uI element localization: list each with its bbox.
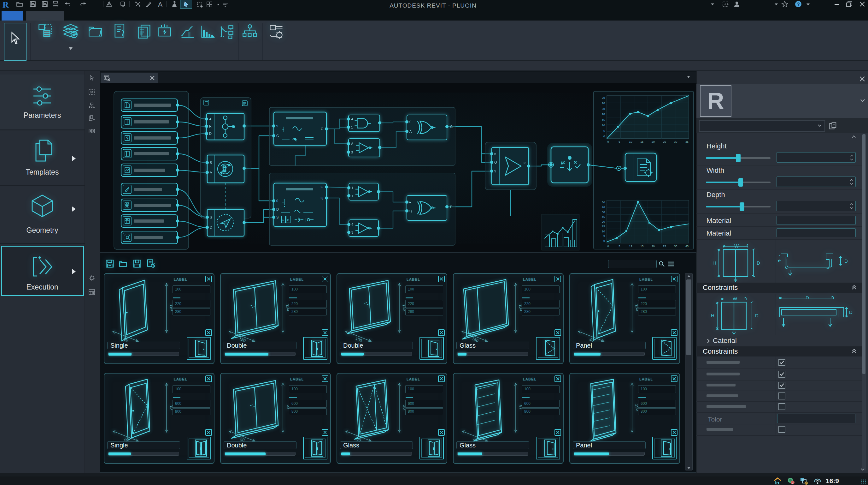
svg-text:30: 30 [602, 107, 605, 111]
svg-text:D: D [757, 260, 760, 265]
svg-text:25: 25 [663, 140, 666, 143]
svg-text:0: 0 [607, 245, 609, 248]
svg-text:E: E [450, 205, 452, 209]
svg-text:H: H [713, 260, 716, 265]
svg-text:1: 1 [351, 186, 353, 190]
svg-text:n: n [494, 152, 496, 156]
svg-text:A: A [409, 130, 412, 133]
svg-text:62: 62 [223, 169, 226, 173]
svg-text:20: 20 [602, 102, 605, 105]
svg-text:G: G [287, 219, 289, 222]
svg-text:25: 25 [663, 245, 666, 248]
svg-text:R: R [209, 124, 212, 128]
svg-text:10: 10 [602, 230, 605, 233]
svg-text:35: 35 [685, 140, 688, 143]
svg-text:G: G [276, 134, 279, 138]
svg-text:W: W [733, 296, 737, 301]
svg-text:0: 0 [603, 239, 605, 242]
svg-text:D: D [806, 295, 809, 300]
svg-text:45: 45 [685, 245, 688, 248]
svg-text:C: C [450, 125, 453, 129]
svg-text:5: 5 [603, 130, 605, 133]
svg-text:15: 15 [640, 140, 644, 143]
svg-text:A: A [209, 117, 212, 121]
svg-text:4: 4 [351, 223, 353, 226]
svg-text:D: D [276, 207, 279, 211]
svg-text:50: 50 [602, 201, 605, 204]
svg-text:D: D [209, 132, 212, 136]
svg-text:45: 45 [602, 215, 605, 219]
svg-text:15: 15 [602, 118, 605, 121]
svg-text:S: S [210, 161, 212, 165]
svg-text:O: O [805, 482, 807, 485]
svg-text:0: 0 [409, 120, 411, 124]
svg-text:10: 10 [629, 140, 632, 143]
svg-text:S: S [210, 215, 212, 219]
svg-text:A: A [351, 142, 353, 146]
svg-text:F4: F4 [223, 166, 226, 169]
svg-text:30: 30 [674, 140, 677, 143]
svg-text:5: 5 [603, 235, 605, 238]
svg-text:28: 28 [602, 113, 605, 116]
svg-text:15: 15 [602, 225, 605, 228]
svg-text:3: 3 [351, 230, 353, 234]
svg-text:10: 10 [602, 124, 605, 127]
svg-text:Q: Q [409, 209, 412, 213]
svg-text:D: D [210, 225, 212, 229]
svg-text:G: G [320, 185, 323, 189]
svg-text:?: ? [792, 481, 793, 484]
svg-text:20: 20 [652, 245, 655, 248]
svg-text:W: W [734, 243, 739, 249]
svg-text:5: 5 [619, 140, 620, 143]
svg-text:?: ? [797, 1, 800, 7]
svg-text:19: 19 [629, 245, 632, 248]
svg-text:3: 3 [351, 150, 353, 154]
svg-text:e: e [524, 161, 525, 165]
svg-text:H: H [711, 313, 714, 318]
svg-text:Q: Q [494, 161, 497, 164]
svg-text:D: D [849, 309, 852, 315]
svg-text:46: 46 [602, 205, 605, 209]
svg-text:0: 0 [607, 140, 609, 143]
svg-text:▸: ▸ [409, 200, 411, 204]
svg-text:30: 30 [674, 245, 677, 248]
svg-text:D: D [755, 313, 758, 318]
svg-text:+: + [351, 194, 353, 198]
svg-text:A: A [282, 219, 284, 222]
svg-text:C: C [321, 127, 323, 131]
svg-text:0: 0 [276, 199, 278, 203]
svg-text:0: 0 [603, 135, 605, 138]
svg-text:D: D [844, 258, 848, 264]
svg-text:9: 9 [494, 169, 496, 173]
svg-text:1: 1 [351, 125, 353, 129]
svg-text:5: 5 [619, 245, 620, 248]
svg-text:20: 20 [602, 96, 605, 99]
svg-text:A: A [351, 117, 353, 121]
svg-text:20: 20 [652, 140, 655, 143]
svg-text:15: 15 [640, 245, 644, 248]
svg-text:S: S [276, 215, 279, 219]
svg-text:20: 20 [602, 220, 605, 223]
svg-text:Q: Q [320, 196, 323, 200]
svg-text:A: A [210, 171, 212, 174]
svg-text:9: 9 [276, 124, 278, 128]
svg-text:30: 30 [602, 210, 605, 214]
